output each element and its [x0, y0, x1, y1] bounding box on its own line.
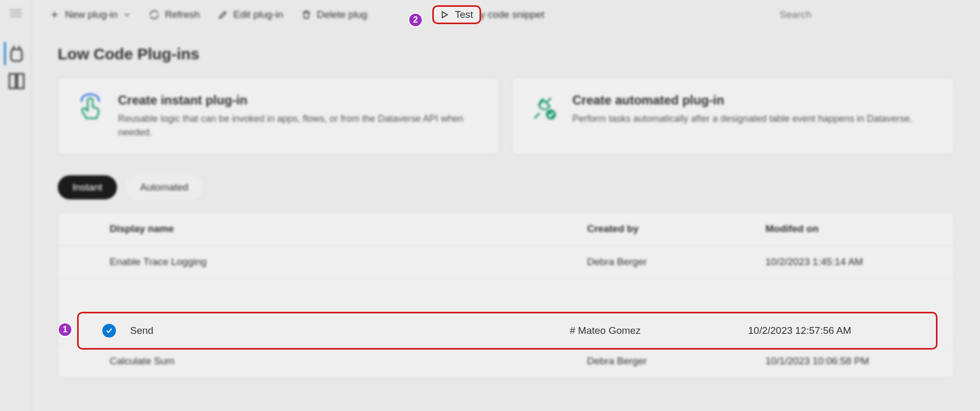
- cell-created: Debra Berger: [587, 355, 765, 367]
- table-row[interactable]: Enable Trace Logging Debra Berger 10/2/2…: [58, 246, 953, 279]
- search-box[interactable]: [775, 5, 970, 25]
- test-button[interactable]: Test: [432, 5, 481, 24]
- tabs: Instant Automated: [58, 175, 954, 199]
- test-label: Test: [455, 9, 473, 20]
- tab-automated[interactable]: Automated: [125, 175, 203, 199]
- cell-modified: 10/2/2023 1:45:14 AM: [765, 256, 944, 268]
- card-automated-desc: Perform tasks automatically after a desi…: [572, 112, 912, 125]
- cell-name: Enable Trace Logging: [110, 256, 587, 268]
- edit-label: Edit plug-in: [233, 9, 283, 20]
- hand-tap-icon: [75, 93, 105, 123]
- cell-created: Debra Berger: [587, 256, 765, 268]
- trash-icon: [301, 9, 312, 20]
- callout-1: 1: [58, 322, 72, 337]
- search-input[interactable]: [775, 5, 970, 25]
- callout-2: 2: [408, 13, 423, 27]
- table-row-selected[interactable]: Send # Mateo Gomez 10/2/2023 12:57:56 AM: [77, 312, 938, 350]
- cell-name: Calculate Sum: [110, 355, 587, 367]
- toolbar: New plug-in Refresh Edit plug-in Delete …: [31, 0, 980, 29]
- card-automated-title: Create automated plug-in: [572, 93, 912, 108]
- row-check-icon[interactable]: [102, 324, 116, 338]
- refresh-label: Refresh: [165, 9, 200, 20]
- rail-book-icon[interactable]: [4, 69, 27, 92]
- delete-plugin-button[interactable]: Delete plug: [294, 5, 375, 25]
- table-row[interactable]: Calculate Sum Debra Berger 10/1/2023 10:…: [58, 345, 953, 377]
- new-plugin-button[interactable]: New plug-in: [42, 5, 139, 25]
- cell-name: Send: [130, 325, 570, 336]
- refresh-icon: [149, 9, 159, 20]
- chevron-down-icon: [123, 10, 131, 19]
- card-automated[interactable]: Create automated plug-in Perform tasks a…: [512, 78, 954, 154]
- rail-plugin-icon[interactable]: [4, 42, 27, 65]
- cards-row: Create instant plug-in Reusable logic th…: [58, 78, 954, 154]
- hamburger-icon[interactable]: [8, 5, 24, 21]
- refresh-button[interactable]: Refresh: [142, 5, 207, 25]
- col-created-by[interactable]: Created by: [587, 223, 765, 235]
- plug-auto-icon: [529, 93, 560, 123]
- card-instant-desc: Reusable logic that can be invoked in ap…: [118, 112, 482, 139]
- plugin-grid: Display name Created by Modifed on Enabl…: [58, 212, 954, 378]
- cell-created: # Mateo Gomez: [570, 325, 748, 336]
- play-icon: [439, 9, 450, 20]
- card-instant[interactable]: Create instant plug-in Reusable logic th…: [58, 78, 499, 154]
- left-rail: [0, 0, 31, 411]
- delete-label: Delete plug: [317, 9, 367, 20]
- col-modified-on[interactable]: Modifed on: [765, 223, 944, 235]
- new-plugin-label: New plug-in: [65, 9, 118, 20]
- tab-instant[interactable]: Instant: [58, 175, 117, 199]
- cell-modified: 10/2/2023 12:57:56 AM: [748, 325, 926, 336]
- grid-header: Display name Created by Modifed on: [58, 213, 953, 246]
- col-display-name[interactable]: Display name: [110, 223, 587, 235]
- edit-plugin-button[interactable]: Edit plug-in: [210, 5, 291, 25]
- page-title: Low Code Plug-ins: [58, 45, 954, 63]
- pencil-icon: [218, 9, 228, 20]
- cell-modified: 10/1/2023 10:06:58 PM: [765, 355, 944, 367]
- card-instant-title: Create instant plug-in: [118, 93, 482, 108]
